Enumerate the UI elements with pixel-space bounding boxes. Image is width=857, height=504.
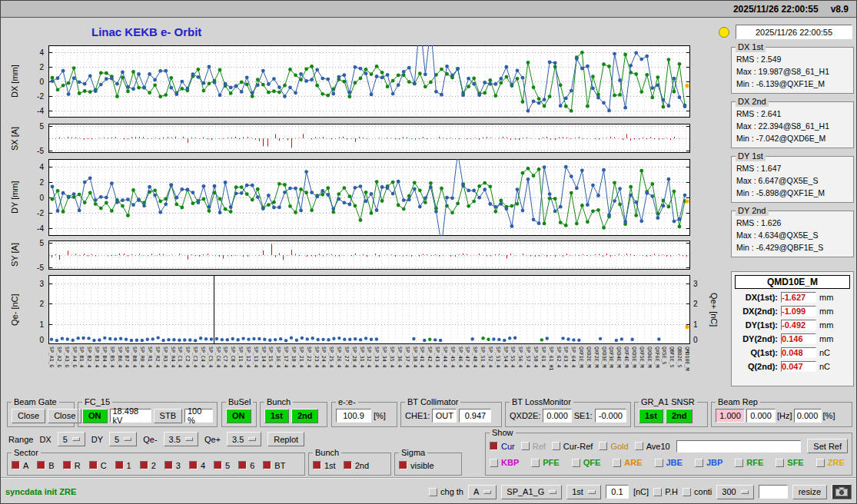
- bunch-checkbox[interactable]: [313, 461, 321, 469]
- show-option-item[interactable]: Ref: [521, 442, 546, 451]
- sector-checkbox[interactable]: [263, 461, 271, 469]
- show-region-item[interactable]: KBP: [490, 458, 519, 467]
- range-dx-select[interactable]: 5: [58, 432, 85, 446]
- show-region-item[interactable]: ZRE: [816, 458, 845, 467]
- channel-select[interactable]: A: [468, 485, 497, 499]
- sector-checkbox-item[interactable]: A: [12, 461, 28, 470]
- show-region-item[interactable]: SFE: [776, 458, 803, 467]
- monitor-value-label: DY(1st):: [735, 320, 778, 330]
- show-region-checkbox[interactable]: [613, 459, 621, 467]
- screenshot-button[interactable]: [832, 484, 852, 499]
- sector-checkbox-item[interactable]: C: [89, 461, 107, 470]
- snsr-1st-button[interactable]: 1st: [639, 409, 663, 423]
- range-label: Range: [8, 435, 33, 444]
- sector-checkbox-item[interactable]: B: [37, 461, 54, 470]
- bunch-1st-button[interactable]: 1st: [264, 409, 289, 423]
- range-dy-select[interactable]: 5: [109, 432, 137, 446]
- fc15-group: FC_15 ON 18.498 kV STB 100 %: [78, 402, 218, 427]
- show-region-checkbox[interactable]: [655, 459, 663, 467]
- sector-checkbox[interactable]: [140, 461, 148, 469]
- show-option-checkbox[interactable]: [599, 442, 607, 450]
- interval-select[interactable]: 300: [716, 485, 753, 499]
- sector-item-label: 1: [127, 461, 131, 470]
- stat-min: Min : -5.898@QXF1E_M: [736, 187, 849, 199]
- conti-checkbox[interactable]: [683, 488, 691, 496]
- count-input[interactable]: [759, 485, 788, 499]
- sector-checkbox-item[interactable]: 5: [214, 461, 230, 470]
- sx-axis-ticks: 5-5: [24, 124, 45, 153]
- fc15-on-button[interactable]: ON: [82, 409, 108, 423]
- sector-checkbox[interactable]: [189, 461, 198, 469]
- show-region-item[interactable]: JBP: [695, 458, 722, 467]
- sector-checkbox[interactable]: [214, 461, 222, 469]
- sector-checkbox-item[interactable]: 6: [238, 461, 254, 470]
- show-region-checkbox[interactable]: [572, 459, 580, 467]
- sector-checkbox-item[interactable]: 2: [140, 461, 156, 470]
- show-region-checkbox[interactable]: [531, 459, 540, 467]
- bunch-number-select[interactable]: 1st: [566, 485, 601, 499]
- show-region-item[interactable]: JBE: [655, 458, 683, 467]
- show-region-checkbox[interactable]: [735, 459, 743, 467]
- show-option-item[interactable]: Cur: [490, 442, 515, 451]
- bunch-2nd-button[interactable]: 2nd: [291, 409, 319, 423]
- range-qe-plus-select[interactable]: 3.5: [227, 432, 261, 446]
- chg-th-checkbox[interactable]: [429, 488, 437, 496]
- sector-checkbox[interactable]: [63, 461, 71, 469]
- sector-checkbox-item[interactable]: 3: [164, 461, 181, 470]
- dx-axis-ticks: 420-2-4: [24, 45, 45, 118]
- bpm-name-label: SP_61_H1: [548, 346, 553, 394]
- show-region-checkbox[interactable]: [490, 459, 498, 467]
- ref-name-input[interactable]: [676, 440, 802, 453]
- show-option-item[interactable]: Ave10: [635, 442, 670, 451]
- sector-checkbox-item[interactable]: R: [63, 461, 81, 470]
- bunch-checkbox-item[interactable]: 1st: [313, 461, 336, 470]
- show-option-item[interactable]: Gold: [599, 442, 628, 451]
- fc15-stb-button[interactable]: STB: [154, 409, 182, 423]
- sigma-visible-item[interactable]: visible: [399, 461, 434, 470]
- chg-th-item[interactable]: chg th: [429, 487, 463, 496]
- ph-checkbox[interactable]: [653, 488, 662, 496]
- set-ref-button[interactable]: Set Ref: [807, 439, 848, 453]
- sector-checkbox-item[interactable]: BT: [263, 461, 285, 470]
- show-option-checkbox[interactable]: [552, 442, 560, 450]
- bt-collimator-group: BT Collimator CHE1: OUT 0.947: [400, 402, 502, 427]
- beam-gate-close-button-1[interactable]: Close: [12, 409, 45, 423]
- beam-gate-close-button-2[interactable]: Close: [48, 409, 81, 423]
- sector-checkbox[interactable]: [115, 461, 124, 469]
- threshold-input[interactable]: 0.1: [606, 485, 629, 499]
- monitor-name[interactable]: QMD10E_M: [735, 275, 850, 289]
- sector-checkbox-item[interactable]: 4: [189, 461, 205, 470]
- show-region-item[interactable]: QFE: [572, 458, 601, 467]
- sigma-visible-checkbox[interactable]: [399, 461, 407, 469]
- conti-item[interactable]: conti: [683, 487, 712, 496]
- sector-checkbox[interactable]: [12, 461, 20, 469]
- bunch-checkbox-item[interactable]: 2nd: [344, 461, 369, 470]
- show-option-checkbox[interactable]: [490, 442, 498, 450]
- sector-checkbox[interactable]: [37, 461, 45, 469]
- show-option-checkbox[interactable]: [521, 442, 530, 450]
- show-option-checkbox[interactable]: [635, 442, 643, 450]
- sector-checkbox[interactable]: [238, 461, 247, 469]
- monitor-value: 0.047: [781, 361, 816, 372]
- sector-checkbox[interactable]: [89, 461, 98, 469]
- show-option-item[interactable]: Cur-Ref: [552, 442, 593, 451]
- bpm-name-label: SP_A2_G: [56, 346, 61, 394]
- show-region-checkbox[interactable]: [695, 459, 703, 467]
- bunch-checkbox[interactable]: [344, 461, 352, 469]
- show-region-checkbox[interactable]: [816, 459, 825, 467]
- show-region-item[interactable]: RFE: [735, 458, 763, 467]
- replot-button[interactable]: Replot: [267, 432, 304, 446]
- ph-item[interactable]: P.H: [653, 487, 678, 496]
- acquisition-timestamp: 2025/11/26 22:00:55: [736, 25, 852, 39]
- monitor-select[interactable]: SP_A1_G: [501, 485, 562, 499]
- range-qe-minus-select[interactable]: 3.5: [164, 432, 198, 446]
- show-region-checkbox[interactable]: [776, 459, 784, 467]
- bpm-name-label: SP_C1_4: [177, 346, 182, 394]
- snsr-2nd-button[interactable]: 2nd: [666, 409, 693, 423]
- show-region-item[interactable]: PFE: [531, 458, 559, 467]
- busel-on-button[interactable]: ON: [226, 409, 251, 423]
- resize-button[interactable]: resize: [792, 485, 827, 499]
- show-region-item[interactable]: ARE: [613, 458, 642, 467]
- sector-checkbox[interactable]: [164, 461, 173, 469]
- sector-checkbox-item[interactable]: 1: [115, 461, 131, 470]
